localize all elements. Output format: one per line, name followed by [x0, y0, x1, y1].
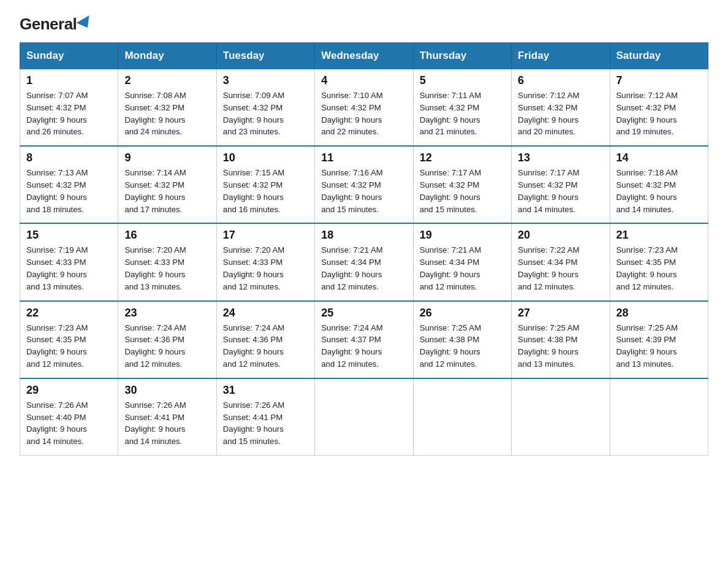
col-tuesday: Tuesday: [216, 43, 314, 69]
table-row: 29 Sunrise: 7:26 AM Sunset: 4:40 PM Dayl…: [20, 378, 118, 456]
table-row: 28 Sunrise: 7:25 AM Sunset: 4:39 PM Dayl…: [610, 301, 708, 378]
day-number: 19: [420, 229, 505, 242]
table-row: 27 Sunrise: 7:25 AM Sunset: 4:38 PM Dayl…: [512, 301, 610, 378]
day-number: 27: [518, 307, 603, 320]
col-friday: Friday: [512, 43, 610, 69]
day-number: 17: [223, 229, 308, 242]
day-info: Sunrise: 7:12 AM Sunset: 4:32 PM Dayligh…: [518, 90, 603, 138]
day-number: 2: [124, 74, 210, 87]
day-info: Sunrise: 7:23 AM Sunset: 4:35 PM Dayligh…: [616, 244, 702, 293]
day-info: Sunrise: 7:09 AM Sunset: 4:32 PM Dayligh…: [223, 90, 308, 138]
day-number: 5: [420, 74, 505, 87]
table-row: 24 Sunrise: 7:24 AM Sunset: 4:36 PM Dayl…: [216, 301, 314, 378]
day-number: 29: [26, 384, 112, 397]
table-row: 19 Sunrise: 7:21 AM Sunset: 4:34 PM Dayl…: [413, 223, 511, 301]
day-number: 16: [124, 229, 210, 242]
day-info: Sunrise: 7:15 AM Sunset: 4:32 PM Dayligh…: [223, 167, 308, 215]
day-number: 6: [518, 74, 603, 87]
day-number: 11: [321, 151, 406, 164]
day-number: 25: [321, 307, 406, 320]
table-row: 10 Sunrise: 7:15 AM Sunset: 4:32 PM Dayl…: [216, 146, 314, 223]
col-sunday: Sunday: [20, 43, 118, 69]
logo-arrow-icon: [77, 15, 94, 31]
logo: General: [20, 15, 93, 31]
table-row: [413, 378, 511, 456]
table-row: 20 Sunrise: 7:22 AM Sunset: 4:34 PM Dayl…: [512, 223, 610, 301]
calendar-week-row: 22 Sunrise: 7:23 AM Sunset: 4:35 PM Dayl…: [20, 301, 708, 378]
table-row: 1 Sunrise: 7:07 AM Sunset: 4:32 PM Dayli…: [20, 69, 118, 146]
day-number: 7: [616, 74, 702, 87]
table-row: 16 Sunrise: 7:20 AM Sunset: 4:33 PM Dayl…: [118, 223, 216, 301]
day-info: Sunrise: 7:16 AM Sunset: 4:32 PM Dayligh…: [321, 167, 406, 215]
day-number: 14: [616, 151, 702, 164]
table-row: 23 Sunrise: 7:24 AM Sunset: 4:36 PM Dayl…: [118, 301, 216, 378]
day-info: Sunrise: 7:25 AM Sunset: 4:39 PM Dayligh…: [616, 322, 702, 370]
day-info: Sunrise: 7:18 AM Sunset: 4:32 PM Dayligh…: [616, 167, 702, 215]
table-row: 25 Sunrise: 7:24 AM Sunset: 4:37 PM Dayl…: [315, 301, 413, 378]
table-row: 31 Sunrise: 7:26 AM Sunset: 4:41 PM Dayl…: [216, 378, 314, 456]
table-row: [512, 378, 610, 456]
table-row: 7 Sunrise: 7:12 AM Sunset: 4:32 PM Dayli…: [610, 69, 708, 146]
day-info: Sunrise: 7:21 AM Sunset: 4:34 PM Dayligh…: [420, 244, 505, 293]
day-info: Sunrise: 7:07 AM Sunset: 4:32 PM Dayligh…: [26, 90, 112, 138]
table-row: 11 Sunrise: 7:16 AM Sunset: 4:32 PM Dayl…: [315, 146, 413, 223]
day-info: Sunrise: 7:26 AM Sunset: 4:40 PM Dayligh…: [26, 399, 112, 448]
calendar-week-row: 1 Sunrise: 7:07 AM Sunset: 4:32 PM Dayli…: [20, 69, 708, 146]
table-row: 8 Sunrise: 7:13 AM Sunset: 4:32 PM Dayli…: [20, 146, 118, 223]
day-number: 9: [124, 151, 210, 164]
day-info: Sunrise: 7:25 AM Sunset: 4:38 PM Dayligh…: [518, 322, 603, 370]
calendar-week-row: 15 Sunrise: 7:19 AM Sunset: 4:33 PM Dayl…: [20, 223, 708, 301]
day-number: 31: [223, 384, 308, 397]
day-number: 8: [26, 151, 112, 164]
day-info: Sunrise: 7:20 AM Sunset: 4:33 PM Dayligh…: [223, 244, 308, 293]
calendar-table: Sunday Monday Tuesday Wednesday Thursday…: [20, 42, 708, 456]
table-row: 13 Sunrise: 7:17 AM Sunset: 4:32 PM Dayl…: [512, 146, 610, 223]
day-info: Sunrise: 7:11 AM Sunset: 4:32 PM Dayligh…: [420, 90, 505, 138]
col-wednesday: Wednesday: [315, 43, 413, 69]
day-number: 12: [420, 151, 505, 164]
col-monday: Monday: [118, 43, 216, 69]
day-number: 18: [321, 229, 406, 242]
table-row: 17 Sunrise: 7:20 AM Sunset: 4:33 PM Dayl…: [216, 223, 314, 301]
day-number: 4: [321, 74, 406, 87]
table-row: 22 Sunrise: 7:23 AM Sunset: 4:35 PM Dayl…: [20, 301, 118, 378]
logo-general: General: [20, 15, 77, 34]
day-info: Sunrise: 7:26 AM Sunset: 4:41 PM Dayligh…: [223, 399, 308, 448]
calendar-header-row: Sunday Monday Tuesday Wednesday Thursday…: [20, 43, 708, 69]
day-number: 28: [616, 307, 702, 320]
page-header: General: [20, 15, 708, 31]
day-number: 15: [26, 229, 112, 242]
day-info: Sunrise: 7:20 AM Sunset: 4:33 PM Dayligh…: [124, 244, 210, 293]
day-info: Sunrise: 7:10 AM Sunset: 4:32 PM Dayligh…: [321, 90, 406, 138]
day-number: 26: [420, 307, 505, 320]
table-row: 5 Sunrise: 7:11 AM Sunset: 4:32 PM Dayli…: [413, 69, 511, 146]
day-number: 3: [223, 74, 308, 87]
table-row: [610, 378, 708, 456]
day-number: 21: [616, 229, 702, 242]
calendar-week-row: 29 Sunrise: 7:26 AM Sunset: 4:40 PM Dayl…: [20, 378, 708, 456]
table-row: 21 Sunrise: 7:23 AM Sunset: 4:35 PM Dayl…: [610, 223, 708, 301]
day-number: 23: [124, 307, 210, 320]
table-row: 9 Sunrise: 7:14 AM Sunset: 4:32 PM Dayli…: [118, 146, 216, 223]
table-row: 4 Sunrise: 7:10 AM Sunset: 4:32 PM Dayli…: [315, 69, 413, 146]
table-row: 3 Sunrise: 7:09 AM Sunset: 4:32 PM Dayli…: [216, 69, 314, 146]
day-number: 20: [518, 229, 603, 242]
day-info: Sunrise: 7:12 AM Sunset: 4:32 PM Dayligh…: [616, 90, 702, 138]
table-row: [315, 378, 413, 456]
day-number: 1: [26, 74, 112, 87]
day-info: Sunrise: 7:26 AM Sunset: 4:41 PM Dayligh…: [124, 399, 210, 448]
day-info: Sunrise: 7:23 AM Sunset: 4:35 PM Dayligh…: [26, 322, 112, 370]
day-info: Sunrise: 7:21 AM Sunset: 4:34 PM Dayligh…: [321, 244, 406, 293]
table-row: 6 Sunrise: 7:12 AM Sunset: 4:32 PM Dayli…: [512, 69, 610, 146]
day-info: Sunrise: 7:24 AM Sunset: 4:37 PM Dayligh…: [321, 322, 406, 370]
table-row: 12 Sunrise: 7:17 AM Sunset: 4:32 PM Dayl…: [413, 146, 511, 223]
day-number: 10: [223, 151, 308, 164]
day-info: Sunrise: 7:24 AM Sunset: 4:36 PM Dayligh…: [223, 322, 308, 370]
calendar-week-row: 8 Sunrise: 7:13 AM Sunset: 4:32 PM Dayli…: [20, 146, 708, 223]
day-info: Sunrise: 7:17 AM Sunset: 4:32 PM Dayligh…: [518, 167, 603, 215]
day-number: 30: [124, 384, 210, 397]
day-info: Sunrise: 7:24 AM Sunset: 4:36 PM Dayligh…: [124, 322, 210, 370]
day-info: Sunrise: 7:19 AM Sunset: 4:33 PM Dayligh…: [26, 244, 112, 293]
day-number: 22: [26, 307, 112, 320]
day-info: Sunrise: 7:08 AM Sunset: 4:32 PM Dayligh…: [124, 90, 210, 138]
